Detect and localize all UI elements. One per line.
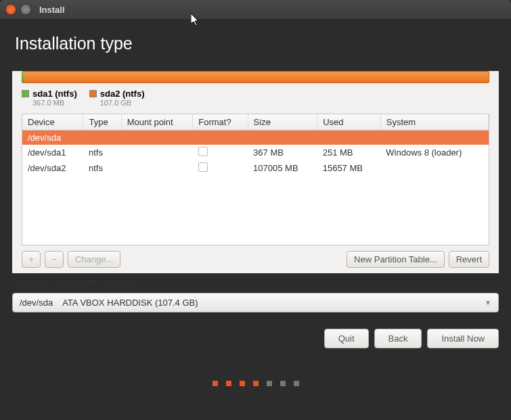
footer-buttons: Quit Back Install Now <box>0 322 511 358</box>
legend-swatch <box>89 90 97 97</box>
revert-button[interactable]: Revert <box>449 251 489 268</box>
bootloader-label: Device for boot loader installation: <box>0 273 511 290</box>
partition-table[interactable]: DeviceTypeMount pointFormat?SizeUsedSyst… <box>22 114 489 246</box>
column-header[interactable]: Size <box>248 114 317 131</box>
progress-dot <box>294 381 299 386</box>
back-button[interactable]: Back <box>374 329 422 348</box>
legend-size: 367.0 MB <box>32 99 77 107</box>
column-header[interactable]: Type <box>83 114 121 131</box>
column-header[interactable]: Device <box>22 114 83 131</box>
table-row[interactable]: /dev/sda1ntfs367 MB251 MBWindows 8 (load… <box>22 145 489 160</box>
progress-dot <box>226 381 231 386</box>
progress-dot <box>267 381 272 386</box>
column-header[interactable]: System <box>380 114 488 131</box>
install-now-button[interactable]: Install Now <box>427 329 499 348</box>
new-partition-table-button[interactable]: New Partition Table... <box>347 251 445 268</box>
minimize-icon[interactable] <box>20 4 31 15</box>
legend-item: sda1 (ntfs)367.0 MB <box>22 89 77 107</box>
column-header[interactable]: Mount point <box>121 114 193 131</box>
table-row[interactable]: /dev/sda2ntfs107005 MB15657 MB <box>22 160 489 176</box>
partition-toolbar: + − Change... New Partition Table... Rev… <box>12 246 499 273</box>
page-title: Installation type <box>15 34 496 53</box>
progress-dot <box>240 381 245 386</box>
page-header: Installation type <box>0 19 511 62</box>
add-partition-button[interactable]: + <box>22 251 41 268</box>
bootloader-device-select[interactable]: /dev/sda ATA VBOX HARDDISK (107.4 GB) ▼ <box>12 293 499 312</box>
progress-dot <box>280 381 286 386</box>
table-row[interactable]: /dev/sda <box>22 131 489 145</box>
column-header[interactable]: Used <box>317 114 381 131</box>
legend-label: sda1 (ntfs) <box>32 89 77 99</box>
progress-dots <box>0 358 511 400</box>
disk-usage-bar <box>22 71 489 83</box>
chevron-down-icon: ▼ <box>485 299 491 306</box>
content-panel: sda1 (ntfs)367.0 MBsda2 (ntfs)107.0 GB D… <box>12 71 499 273</box>
progress-dot <box>253 381 259 386</box>
titlebar: Install <box>0 0 511 19</box>
quit-button[interactable]: Quit <box>324 329 369 348</box>
column-header[interactable]: Format? <box>193 114 248 131</box>
legend-item: sda2 (ntfs)107.0 GB <box>89 89 145 107</box>
bootloader-device-desc: ATA VBOX HARDDISK (107.4 GB) <box>62 298 198 308</box>
partition-legend: sda1 (ntfs)367.0 MBsda2 (ntfs)107.0 GB <box>12 86 499 114</box>
change-partition-button[interactable]: Change... <box>68 251 120 268</box>
legend-label: sda2 (ntfs) <box>100 89 145 99</box>
legend-swatch <box>22 90 29 97</box>
window-title: Install <box>39 5 65 15</box>
progress-dot <box>213 381 218 386</box>
legend-size: 107.0 GB <box>100 99 145 107</box>
format-checkbox[interactable] <box>198 147 208 156</box>
format-checkbox[interactable] <box>198 162 208 172</box>
remove-partition-button[interactable]: − <box>45 251 64 268</box>
close-icon[interactable] <box>5 4 16 15</box>
bootloader-device-value: /dev/sda <box>20 298 53 308</box>
